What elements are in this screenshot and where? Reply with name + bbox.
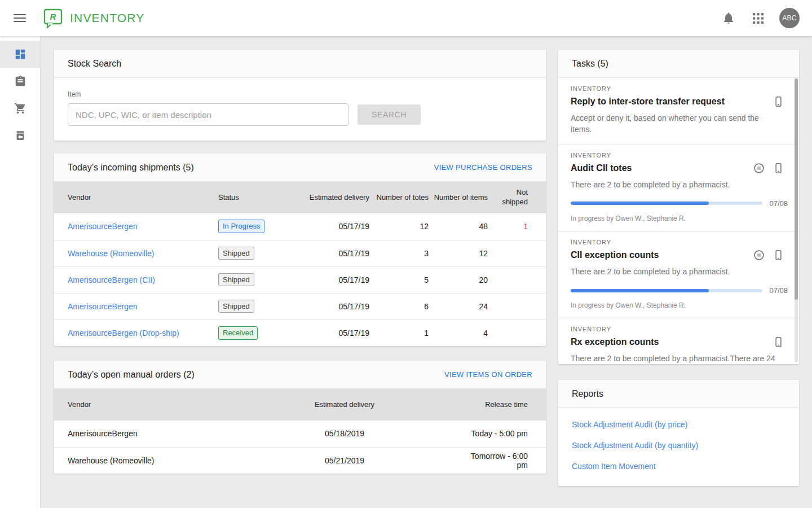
- task-progress: 07/08: [571, 199, 788, 208]
- col-release-time: Release time: [466, 389, 546, 421]
- delivery-cell: 05/18/2019: [223, 421, 466, 447]
- not-shipped-cell: [488, 240, 546, 266]
- dashboard-icon: [14, 48, 27, 60]
- shipment-row: Warehouse (Romeoville)Shipped05/17/19312: [54, 240, 546, 266]
- delivery-cell: 05/17/19: [302, 319, 370, 346]
- progress-bar: [571, 289, 762, 292]
- task-category: INVENTORY: [571, 85, 788, 92]
- report-link-custom-item-movement[interactable]: Custom Item Movement: [572, 462, 785, 471]
- vendor-link[interactable]: AmerisourceBergen: [68, 302, 138, 311]
- report-link-stock-adjustment-price[interactable]: Stock Adjustment Audit (by price): [572, 420, 785, 429]
- tasks-scrollbar[interactable]: [795, 78, 798, 362]
- incoming-shipments-card: Today’s incoming shipments (5) VIEW PURC…: [54, 154, 546, 346]
- logo-bubble-icon: R: [43, 7, 63, 29]
- incoming-shipments-table: Vendor Status Estimated delivery Number …: [54, 182, 546, 346]
- app-title: INVENTORY: [70, 11, 145, 25]
- delivery-cell: 05/17/19: [302, 266, 370, 293]
- col-estimated-delivery: Estimated delivery: [223, 389, 466, 421]
- smartphone-icon[interactable]: [773, 162, 784, 174]
- menu-icon[interactable]: [14, 12, 26, 24]
- delivery-cell: 05/17/19: [302, 293, 370, 319]
- not-shipped-cell: [488, 293, 546, 319]
- tasks-title: Tasks (5): [572, 59, 608, 69]
- pause-circle-icon[interactable]: [753, 162, 765, 174]
- shipment-row: AmerisourceBergenIn Progress05/17/191248…: [54, 213, 546, 240]
- task-footer: In progress by Owen W., Stephanie R.: [571, 301, 788, 309]
- top-app-bar: R INVENTORY ABC: [0, 0, 812, 36]
- release-time-cell: Today - 5:00 pm: [466, 421, 546, 447]
- pause-circle-icon[interactable]: [753, 249, 765, 261]
- task-description: There are 2 to be completed by a pharmac…: [571, 179, 779, 190]
- side-navigation: [0, 36, 41, 508]
- delivery-cell: 05/17/19: [302, 240, 370, 266]
- svg-text:R: R: [50, 12, 56, 21]
- manual-order-row: Warehouse (Romeoville)05/21/2019Tomorrow…: [54, 447, 546, 474]
- sidebar-item-tasks[interactable]: [0, 68, 40, 95]
- smartphone-icon[interactable]: [773, 95, 784, 108]
- items-cell: 20: [429, 266, 488, 293]
- vendor-link[interactable]: AmerisourceBergen (CII): [68, 275, 155, 284]
- col-status: Status: [218, 182, 302, 213]
- col-not-shipped: Not shipped: [488, 182, 546, 213]
- manual-order-row: AmerisourceBergen05/18/2019Today - 5:00 …: [54, 421, 546, 447]
- task-category: INVENTORY: [571, 152, 788, 159]
- task-item[interactable]: INVENTORYCII exception countsThere are 2…: [558, 231, 799, 318]
- smartphone-icon[interactable]: [773, 336, 784, 348]
- col-number-of-items: Number of items: [429, 182, 488, 213]
- smartphone-icon[interactable]: [773, 249, 784, 261]
- progress-bar: [571, 202, 762, 205]
- sidebar-item-returns[interactable]: [0, 122, 40, 149]
- items-cell: 12: [429, 240, 488, 266]
- item-search-input[interactable]: [68, 103, 348, 126]
- report-link-stock-adjustment-quantity[interactable]: Stock Adjustment Audit (by quantity): [572, 441, 785, 450]
- task-description: There are 2 to be completed by a pharmac…: [571, 353, 779, 364]
- vendor-cell: AmerisourceBergen: [54, 421, 223, 447]
- vendor-link[interactable]: AmerisourceBergen (Drop-ship): [68, 329, 179, 338]
- col-number-of-totes: Number of totes: [370, 182, 429, 213]
- vendor-link[interactable]: AmerisourceBergen: [68, 222, 138, 231]
- incoming-shipments-title: Today’s incoming shipments (5): [68, 163, 194, 173]
- not-shipped-cell: 1: [488, 213, 546, 240]
- view-items-on-order-link[interactable]: VIEW ITEMS ON ORDER: [444, 370, 532, 379]
- apps-grid-icon[interactable]: [751, 11, 765, 25]
- progress-label: 07/08: [769, 286, 788, 295]
- totes-cell: 5: [370, 266, 429, 293]
- search-button[interactable]: SEARCH: [358, 104, 421, 125]
- col-vendor: Vendor: [54, 182, 218, 213]
- view-purchase-orders-link[interactable]: VIEW PURCHASE ORDERS: [434, 163, 532, 172]
- manual-orders-table-body: AmerisourceBergen05/18/2019Today - 5:00 …: [54, 421, 546, 474]
- not-shipped-cell: [488, 266, 546, 293]
- status-badge: Shipped: [218, 247, 254, 260]
- task-category: INVENTORY: [571, 239, 788, 246]
- shipment-row: AmerisourceBergenShipped05/17/19624: [54, 293, 546, 319]
- not-shipped-cell: [488, 319, 546, 346]
- manual-orders-card: Today’s open manual orders (2) VIEW ITEM…: [54, 361, 546, 474]
- task-footer: In progress by Owen W., Stephanie R.: [571, 214, 788, 222]
- archive-return-icon: [14, 129, 27, 142]
- task-description: Accept or deny it, based on whether you …: [571, 112, 779, 135]
- totes-cell: 6: [370, 293, 429, 319]
- status-badge: Received: [218, 326, 258, 340]
- sidebar-item-orders[interactable]: [0, 95, 40, 122]
- cart-icon: [14, 102, 27, 115]
- status-badge: In Progress: [218, 220, 264, 233]
- notifications-bell-icon[interactable]: [722, 11, 735, 25]
- task-item[interactable]: INVENTORYReply to inter-store transfer r…: [558, 78, 799, 144]
- delivery-cell: 05/17/19: [302, 213, 370, 240]
- vendor-link[interactable]: Warehouse (Romeoville): [68, 249, 155, 258]
- task-item[interactable]: INVENTORYRx exception countsThere are 2 …: [558, 318, 799, 364]
- release-time-cell: Tomorrow - 6:00 pm: [466, 447, 546, 474]
- incoming-shipments-table-body: AmerisourceBergenIn Progress05/17/191248…: [54, 213, 546, 346]
- user-avatar[interactable]: ABC: [779, 8, 800, 28]
- task-title: CII exception counts: [571, 250, 659, 260]
- manual-orders-title: Today’s open manual orders (2): [68, 370, 195, 380]
- tasks-scrollbar-thumb[interactable]: [795, 78, 798, 300]
- sidebar-item-dashboard[interactable]: [0, 41, 40, 68]
- tasks-list: INVENTORYReply to inter-store transfer r…: [558, 78, 799, 364]
- shipment-row: AmerisourceBergen (CII)Shipped05/17/1952…: [54, 266, 546, 293]
- clipboard-icon: [14, 75, 27, 87]
- delivery-cell: 05/21/2019: [223, 447, 466, 474]
- totes-cell: 12: [370, 213, 429, 240]
- task-item[interactable]: INVENTORYAudit CII totesThere are 2 to b…: [558, 144, 799, 231]
- col-estimated-delivery: Estimated delivery: [302, 182, 370, 213]
